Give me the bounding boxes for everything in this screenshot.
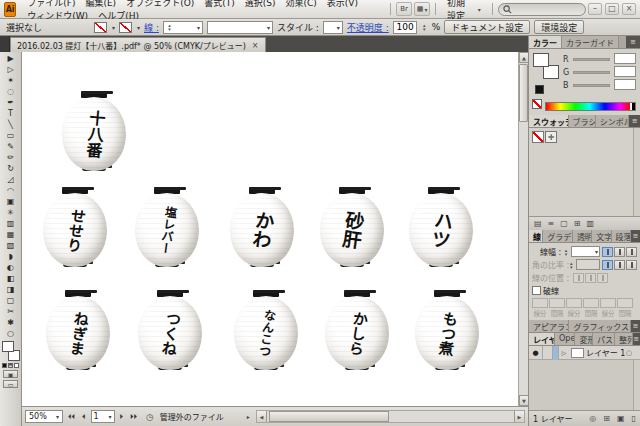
scroll-left-icon[interactable]: ◀ [257,411,267,422]
blue-value-input[interactable] [614,79,636,90]
tool-icon[interactable]: ◧ [2,273,20,284]
expand-triangle-icon[interactable]: ▷ [559,346,569,360]
dashed-line-checkbox[interactable] [532,286,541,295]
red-slider[interactable] [573,58,610,61]
stroke-weight-select[interactable]: ▾ [571,246,600,257]
color-spectrum-bar[interactable] [545,102,636,111]
stroke-none-swatch[interactable] [543,65,559,79]
tool-icon[interactable]: ✱ [2,317,20,328]
horizontal-scroll-thumb[interactable] [269,411,389,422]
tool-icon[interactable]: ◠ [2,185,20,196]
first-page-icon[interactable]: ⏴⏴ [66,413,77,421]
tool-icon[interactable]: ✒ [2,97,20,108]
tool-icon[interactable]: ◗ [2,251,20,262]
make-clipping-mask-icon[interactable]: ◎ [589,414,596,423]
fill-none-swatch[interactable] [533,53,549,67]
search-input[interactable] [498,3,586,16]
tool-icon[interactable]: ▢ [2,295,20,306]
align-outside-icon[interactable] [597,273,608,283]
round-join-icon[interactable] [614,260,625,270]
green-slider[interactable] [573,71,610,74]
fill-color-swatch[interactable] [94,22,107,33]
next-page-icon[interactable]: ⏵ [118,413,126,421]
tab-transform[interactable]: 変形 [575,333,593,345]
gradient-mode-icon[interactable] [8,363,13,368]
vertical-scroll-thumb[interactable] [519,64,528,122]
swatch-registration[interactable]: ✛ [545,131,557,143]
tool-icon[interactable]: ▦ [2,229,20,240]
tab-gradient[interactable]: グラデー [543,230,573,242]
new-swatch-icon[interactable]: ⊞ [574,219,581,228]
layer-name[interactable]: レイヤー 1 [586,347,626,358]
stepper-icon[interactable]: ▴▾ [421,23,428,31]
lantern-seseri[interactable]: せせり [42,182,108,274]
panel-menu-icon[interactable]: ≡ [626,36,640,48]
tab-color-guide[interactable]: カラーガイド [562,36,619,48]
swatch-kinds-icon[interactable]: ≡ [548,219,555,228]
page-number-select[interactable]: 1▾ [91,410,115,423]
miter-limit-input[interactable] [576,259,600,270]
color-mode-icon[interactable] [2,363,7,368]
tool-icon[interactable]: ✶ [2,75,20,86]
opacity-link[interactable]: 不透明度 : [347,21,389,34]
file-status[interactable]: 管理外のファイル▸ [157,410,253,423]
stroke-panel-link[interactable]: 線 : [144,21,159,34]
tool-icon[interactable]: ▣ [2,196,20,207]
artboard-canvas[interactable]: 十八番 せせり 塩レバー かわ 砂肝 ハツ [22,52,518,406]
close-button[interactable]: × [622,3,636,15]
scroll-right-icon[interactable]: ▶ [514,411,524,422]
tool-icon[interactable]: ◐ [2,262,20,273]
tab-appearance[interactable]: アピアランス [529,320,569,332]
tool-icon[interactable]: ▷ [2,64,20,75]
layer-row[interactable]: ● ▷ レイヤー 1 ○ [529,346,640,360]
document-tab[interactable]: 2016.02.03 提灯【十八番】.pdf* @ 50% (CMYK/プレビュ… [10,37,266,52]
tab-opentype[interactable]: Open [555,333,575,345]
delete-layer-icon[interactable]: ▯ [632,414,636,423]
arrange-documents-icon[interactable]: ▦▾ [414,2,430,16]
gap-input[interactable] [549,298,565,308]
layer-thumbnail[interactable] [571,348,584,358]
menu-item[interactable]: 書式(T) [199,0,240,10]
tool-icon[interactable]: ▭ [2,130,20,141]
stepper-icon[interactable]: ▴▾ [563,248,569,256]
red-value-input[interactable] [614,53,636,64]
drawing-mode-button[interactable]: ▣ [3,370,18,378]
visibility-eye-icon[interactable]: ● [529,346,543,360]
butt-cap-icon[interactable] [602,247,613,257]
delete-swatch-icon[interactable]: ▥ [587,219,595,228]
tool-icon[interactable]: ○ [2,328,20,339]
panel-menu-icon[interactable]: ≡ [631,230,640,242]
new-color-group-icon[interactable]: ▢ [560,219,568,228]
swatch-libraries-icon[interactable]: ▤ [534,219,542,228]
tool-icon[interactable]: ◨ [2,284,20,295]
stroke-color-swatch[interactable] [119,22,132,33]
dash-input[interactable] [600,298,616,308]
target-circle-icon[interactable]: ○ [626,349,632,357]
round-cap-icon[interactable] [614,247,625,257]
panel-scrollbar[interactable] [633,128,640,216]
lantern-nankotsu[interactable]: なんこつ [233,285,299,377]
new-layer-icon[interactable]: ▣ [617,414,625,423]
tab-pathfinder[interactable]: パスフ [593,333,615,345]
menu-item[interactable]: 選択(S) [240,0,281,10]
lantern-shio-liver[interactable]: 塩レバー [134,182,200,274]
tab-stroke[interactable]: 線 [529,230,543,242]
panel-scrollbar[interactable] [633,360,640,410]
stepper-icon[interactable]: ▴▾ [166,23,173,31]
tab-swatches[interactable]: スウォッチ [529,115,569,127]
projecting-cap-icon[interactable] [626,247,637,257]
gap-input[interactable] [583,298,599,308]
tab-symbols[interactable]: シンボル [596,115,629,127]
lantern-kashira[interactable]: かしら [324,285,390,377]
style-select[interactable]: ▾ [323,21,343,34]
tool-icon[interactable]: ✳ [2,207,20,218]
lantern-juhachiban[interactable]: 十八番 [61,86,127,178]
panel-menu-icon[interactable]: ≡ [629,115,640,127]
tool-icon[interactable]: ✂ [2,306,20,317]
tool-icon[interactable]: ╲ [2,119,20,130]
last-page-icon[interactable]: ⏵⏵ [128,413,139,421]
tab-brushes[interactable]: ブラシ [569,115,596,127]
tab-color[interactable]: カラー [529,36,562,48]
last-color-swatch[interactable] [535,85,544,94]
tool-icon[interactable]: ✏ [2,152,20,163]
